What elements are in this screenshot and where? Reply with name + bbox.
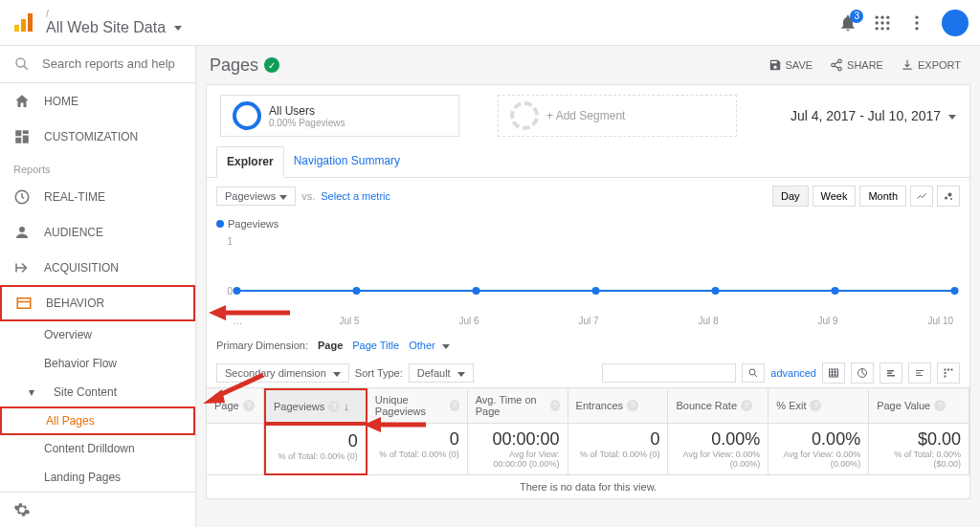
home-icon (13, 93, 31, 110)
nav-customization-label: CUSTOMIZATION (44, 130, 138, 143)
tab-explorer[interactable]: Explorer (216, 146, 284, 178)
svg-line-16 (24, 66, 28, 70)
help-icon: ? (550, 400, 560, 411)
nav-behavior[interactable]: BEHAVIOR (0, 285, 195, 320)
segment-all-users[interactable]: All Users 0.00% Pageviews (220, 95, 459, 137)
col-entrances[interactable]: Entrances? (568, 388, 669, 424)
nav-landing-pages[interactable]: Landing Pages (0, 463, 195, 492)
chart-controls: Pageviews vs. Select a metric Day Week M… (207, 178, 969, 214)
top-bar: / All Web Site Data 3 (0, 0, 980, 46)
more-icon[interactable] (907, 13, 926, 33)
search-reports[interactable] (0, 46, 195, 83)
notifications-icon[interactable]: 3 (838, 13, 858, 33)
totals-bounce: 0.00%Avg for View: 0.00% (0.00%) (668, 424, 768, 475)
nav-behavior-flow[interactable]: Behavior Flow (0, 349, 195, 378)
nav-content-drilldown[interactable]: Content Drilldown (0, 435, 195, 464)
vs-label: vs. (301, 190, 315, 202)
view-pivot-button[interactable] (937, 362, 960, 384)
nav-acquisition[interactable]: ACQUISITION (0, 250, 195, 285)
svg-point-38 (712, 287, 720, 295)
col-page[interactable]: Page? (207, 388, 264, 424)
date-range-picker[interactable]: Jul 4, 2017 - Jul 10, 2017 (791, 108, 956, 123)
select-metric-link[interactable]: Select a metric (321, 190, 390, 202)
chart-type-line-button[interactable] (910, 186, 933, 207)
line-chart-icon (915, 190, 928, 202)
view-bar-button[interactable] (880, 362, 902, 384)
totals-unique-pv: 0% of Total: 0.00% (0) (368, 424, 468, 475)
view-table-button[interactable] (822, 362, 845, 384)
sort-down-icon: ↓ (344, 401, 349, 412)
reports-section-label: Reports (0, 154, 195, 179)
primary-dimension-row: Primary Dimension: Page Page Title Other (207, 332, 969, 359)
save-icon (768, 58, 782, 72)
nav-customization[interactable]: CUSTOMIZATION (0, 119, 195, 154)
table-icon (828, 367, 839, 379)
nav-admin[interactable] (0, 492, 195, 527)
primary-dimension-label: Primary Dimension: (216, 340, 308, 351)
svg-point-13 (915, 21, 918, 24)
svg-point-37 (592, 287, 600, 295)
add-segment[interactable]: + Add Segment (498, 95, 737, 137)
svg-point-9 (876, 27, 879, 30)
dimension-page[interactable]: Page (318, 340, 343, 351)
gear-icon (13, 501, 31, 518)
filter-row: Secondary dimension Sort Type: Default a… (207, 359, 969, 387)
col-pageviews[interactable]: Pageviews? ↓ (264, 388, 368, 424)
help-icon: ? (243, 400, 255, 411)
view-pie-button[interactable] (851, 362, 874, 384)
sort-type-dropdown[interactable]: Default (409, 363, 474, 383)
nav-realtime[interactable]: REAL-TIME (0, 179, 195, 214)
col-unique-pageviews[interactable]: Unique Pageviews? (368, 388, 468, 424)
search-input[interactable] (42, 56, 176, 71)
nav-audience[interactable]: AUDIENCE (0, 214, 195, 250)
secondary-dimension-dropdown[interactable]: Secondary dimension (216, 363, 349, 383)
chart-y-tick-0: 0 (228, 286, 234, 296)
tab-navigation-summary[interactable]: Navigation Summary (284, 146, 410, 177)
report-tabs: Explorer Navigation Summary (207, 146, 969, 178)
segment-circle-empty-icon (510, 101, 539, 130)
chevron-down-icon (948, 115, 956, 120)
chart-y-tick-1: 1 (228, 236, 234, 247)
export-icon (901, 58, 914, 72)
sort-type-label: Sort Type: (355, 367, 403, 379)
share-button[interactable]: SHARE (824, 55, 889, 76)
property-selector[interactable]: / All Web Site Data (46, 10, 182, 36)
nav-behavior-label: BEHAVIOR (46, 296, 104, 310)
page-header: Pages ✓ SAVE SHARE EXPORT (196, 46, 980, 84)
table-search-input[interactable] (602, 363, 736, 383)
user-avatar[interactable] (942, 10, 969, 36)
chart-type-motion-button[interactable] (937, 186, 960, 207)
svg-point-5 (886, 15, 889, 18)
time-granularity-month[interactable]: Month (859, 186, 906, 207)
table-search-button[interactable] (742, 363, 765, 383)
svg-point-40 (951, 287, 959, 295)
dimension-page-title[interactable]: Page Title (352, 340, 399, 351)
search-icon (13, 55, 31, 73)
nav-behavior-overview[interactable]: Overview (0, 321, 195, 350)
totals-row: 0% of Total: 0.00% (0) 0% of Total: 0.00… (207, 424, 969, 475)
totals-exit: 0.00%Avg for View: 0.00% (0.00%) (768, 424, 869, 475)
col-exit[interactable]: % Exit? (768, 388, 869, 424)
save-button[interactable]: SAVE (763, 55, 819, 76)
view-comparison-button[interactable] (908, 362, 931, 384)
export-button[interactable]: EXPORT (895, 55, 967, 76)
col-page-value[interactable]: Page Value? (869, 388, 969, 424)
chevron-down-icon (279, 195, 287, 200)
nav-home[interactable]: HOME (0, 83, 195, 119)
apps-icon[interactable] (873, 13, 892, 33)
nav-all-pages[interactable]: All Pages (0, 406, 195, 435)
advanced-filter-link[interactable]: advanced (770, 367, 816, 379)
sidebar: HOME CUSTOMIZATION Reports REAL-TIME AUD… (0, 46, 196, 527)
svg-point-11 (886, 27, 889, 30)
time-granularity-week[interactable]: Week (813, 186, 857, 207)
svg-rect-20 (15, 137, 21, 143)
svg-rect-64 (951, 369, 953, 371)
nav-site-content[interactable]: ▾Site Content (0, 378, 195, 406)
dimension-other[interactable]: Other (409, 340, 450, 351)
col-avg-time[interactable]: Avg. Time on Page? (468, 388, 568, 424)
col-bounce[interactable]: Bounce Rate? (668, 388, 768, 424)
time-granularity-day[interactable]: Day (772, 186, 809, 207)
verified-icon: ✓ (264, 57, 279, 73)
chart-svg: 1 0 … Jul 5 Jul 6 Jul 7 Jul 8 Jul 9 Jul … (216, 233, 960, 329)
metric-dropdown[interactable]: Pageviews (216, 187, 296, 206)
